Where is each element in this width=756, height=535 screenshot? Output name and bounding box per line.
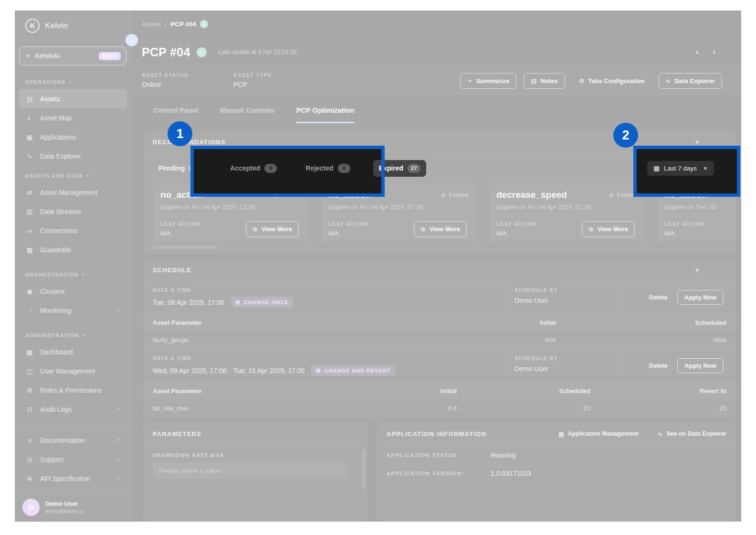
lifebuoy-icon: ◎	[25, 456, 34, 463]
date-range-dropdown[interactable]: ▦ Last 7 days ▼	[647, 161, 714, 176]
eye-icon: ⊙	[252, 225, 258, 233]
tab-content: RECOMMENDATIONS ▾ Pending 1 Accepted 0	[131, 123, 741, 522]
application-management-link[interactable]: ▦ Application Management	[558, 430, 639, 438]
user-profile[interactable]: D Demo User demo@kelvin.ai	[15, 492, 131, 522]
expired-count-badge: 27	[408, 164, 420, 173]
expired-icon: ⊗	[609, 192, 614, 199]
see-on-data-explorer-link[interactable]: ∿ See on Data Explorer	[658, 430, 726, 438]
section-orchestration[interactable]: ORCHESTRATION▾	[15, 265, 131, 282]
filter-rejected[interactable]: Rejected 0	[300, 160, 356, 177]
expired-on-text: Expired on Thu, 03	[664, 203, 736, 211]
section-administration[interactable]: ADMINISTRATION▾	[15, 325, 131, 342]
sidebar-item-documentation[interactable]: ≡ Documentation ↗	[19, 431, 127, 450]
external-link-icon: ↗	[116, 307, 120, 314]
sidebar-item-roles-permissions[interactable]: ⚙ Roles & Permissions	[19, 381, 127, 400]
sidebar-item-api-specification[interactable]: ⊕ API Specification ↗	[19, 469, 127, 488]
status-badge: ⊗ Expired	[273, 192, 300, 199]
delete-button[interactable]: Delete	[649, 362, 668, 369]
sidebar-item-data-streams[interactable]: ▥ Data Streams	[19, 202, 127, 221]
recommendation-name: no_action	[328, 190, 371, 200]
schedule-table: Asset Parameter Initial Scheduled faulty…	[143, 314, 736, 349]
chevron-down-icon: ▾	[87, 173, 90, 178]
page-header: PCP #04 ✓ Last update at 4 Apr 15:53:25 …	[131, 37, 741, 67]
sidebar-item-user-management[interactable]: ◫ User Management	[19, 362, 127, 381]
kelvin-app: K Kelvin ✦ KelvinAI BETA OPERATIONS▾ ▤ A…	[15, 11, 741, 522]
sidebar-item-support[interactable]: ◎ Support ↗	[19, 450, 127, 469]
page-title: PCP #04	[142, 45, 190, 59]
barrier-icon: ▩	[25, 246, 34, 254]
eye-icon: ⊙	[420, 225, 426, 233]
external-link-icon: ↗	[116, 406, 120, 413]
view-more-button[interactable]: ⊙ View More	[414, 221, 467, 237]
section-operations[interactable]: OPERATIONS▾	[15, 72, 131, 89]
asset-type-value: PCP	[233, 81, 330, 88]
status-badge: ⊗ Expired	[441, 192, 468, 199]
apply-now-button[interactable]: Apply Now	[677, 358, 724, 373]
annotation-step-2: 2	[613, 123, 638, 148]
filter-accepted[interactable]: Accepted 0	[224, 160, 283, 177]
schedule-panel: SCHEDULE ▾ DATE & TIME Tue, 08 Apr 2025,…	[143, 259, 736, 417]
expired-on-text: Expired on Fri, 04 Apr 2025, 07:29	[328, 203, 468, 211]
screenshot-frame: K Kelvin ✦ KelvinAI BETA OPERATIONS▾ ▤ A…	[0, 0, 756, 535]
section-assets-and-data[interactable]: ASSETS AND DATA▾	[15, 166, 131, 183]
expired-icon: ⊗	[273, 192, 278, 199]
view-more-button[interactable]: ⊙ View More	[582, 221, 635, 237]
tab-manual-controls[interactable]: Manual Controls	[220, 107, 274, 123]
drawdown-rate-max-input[interactable]	[153, 462, 347, 479]
sidebar-item-applications[interactable]: ▦ Applications	[19, 128, 127, 147]
asset-pager: ‹ ›	[696, 47, 731, 57]
kelvinai-label: KelvinAI	[35, 52, 60, 60]
horizontal-scrollbar[interactable]	[153, 246, 217, 249]
sidebar-item-asset-map[interactable]: ◐ Asset Map	[19, 108, 127, 128]
rejected-count-badge: 0	[338, 164, 350, 173]
sidebar-item-data-explorer[interactable]: ∿ Data Explorer	[19, 147, 127, 166]
next-asset-button[interactable]: ›	[713, 47, 715, 57]
recommendation-name: decrease_speed	[496, 190, 567, 200]
sidebar-item-dashboard[interactable]: ▦ Dashboard	[19, 342, 127, 362]
sidebar-item-kelvinai[interactable]: ✦ KelvinAI BETA	[19, 46, 126, 65]
user-email: demo@kelvin.ai	[45, 508, 83, 514]
check-icon: ✓	[197, 47, 207, 57]
sidebar-item-connections[interactable]: ∞ Connections	[19, 221, 127, 240]
sidebar-collapse-button[interactable]: ‹	[126, 34, 138, 46]
asset-status-bar: ASSET STATUS Online ASSET TYPE PCP ✦ Sum…	[131, 67, 741, 95]
sidebar-item-assets[interactable]: ▤ Assets	[19, 89, 127, 108]
waveform-icon: ∿	[666, 77, 671, 85]
table-row: faulty_gauge true false	[143, 331, 736, 349]
calendar-icon: ▦	[315, 367, 321, 374]
bar-chart-icon: ▥	[25, 208, 34, 215]
sidebar-item-audit-logs[interactable]: ⊡ Audit Logs ↗	[19, 400, 127, 419]
schedule-entry: DATE & TIME Tue, 08 Apr 2025, 17:00 ▦ CH…	[143, 281, 736, 314]
change-and-revert-badge: ▦ CHANGE AND REVERT	[311, 365, 395, 376]
apply-now-button[interactable]: Apply Now	[677, 290, 724, 305]
collapse-chevron-icon[interactable]: ▾	[695, 267, 699, 274]
view-more-button[interactable]: ⊙ View More	[246, 221, 299, 237]
vertical-scrollbar[interactable]	[362, 449, 365, 490]
sidebar-item-asset-management[interactable]: ⇄ Asset Management	[19, 183, 127, 202]
prev-asset-button[interactable]: ‹	[696, 47, 699, 57]
tab-pcp-optimization[interactable]: PCP Optimization	[296, 107, 354, 123]
empty-cell	[331, 67, 448, 94]
filter-expired[interactable]: Expired 27	[373, 160, 426, 177]
chevron-down-icon: ▼	[703, 166, 708, 171]
summarize-button[interactable]: ✦ Summarize	[460, 73, 516, 89]
data-explorer-button[interactable]: ∿ Data Explorer	[659, 73, 722, 89]
sidebar-item-guardrails[interactable]: ▩ Guardrails	[19, 240, 127, 259]
tab-control-panel[interactable]: Control Panel	[153, 107, 198, 123]
gear-person-icon: ⚙	[25, 386, 34, 394]
asset-management-icon: ⇄	[25, 189, 34, 196]
user-name: Demo User	[45, 500, 83, 507]
accepted-count-badge: 0	[264, 164, 277, 173]
bottom-panels: PARAMETERS DRAWDOWN RATE MAX APPLICATION…	[143, 423, 736, 522]
sidebar-item-clusters[interactable]: ◉ Clusters	[19, 282, 127, 301]
notes-button[interactable]: ▤ Notes	[524, 73, 565, 89]
asset-tabs: Control Panel Manual Controls PCP Optimi…	[131, 95, 741, 123]
filter-pending[interactable]: Pending 1	[153, 160, 207, 177]
breadcrumb-assets[interactable]: Assets	[142, 21, 161, 28]
tabs-configuration-button[interactable]: ⚙ Tabs Configuration	[572, 73, 651, 89]
recommendation-card: no_action Expired on Thu, 03 LAST ACTION…	[657, 183, 736, 242]
collapse-chevron-icon[interactable]: ▾	[695, 139, 699, 146]
sidebar-item-monitoring[interactable]: ◔ Monitoring ↗	[19, 301, 127, 320]
delete-button[interactable]: Delete	[649, 294, 668, 301]
expired-on-text: Expired on Fri, 04 Apr 2025, 01:29	[496, 203, 636, 211]
